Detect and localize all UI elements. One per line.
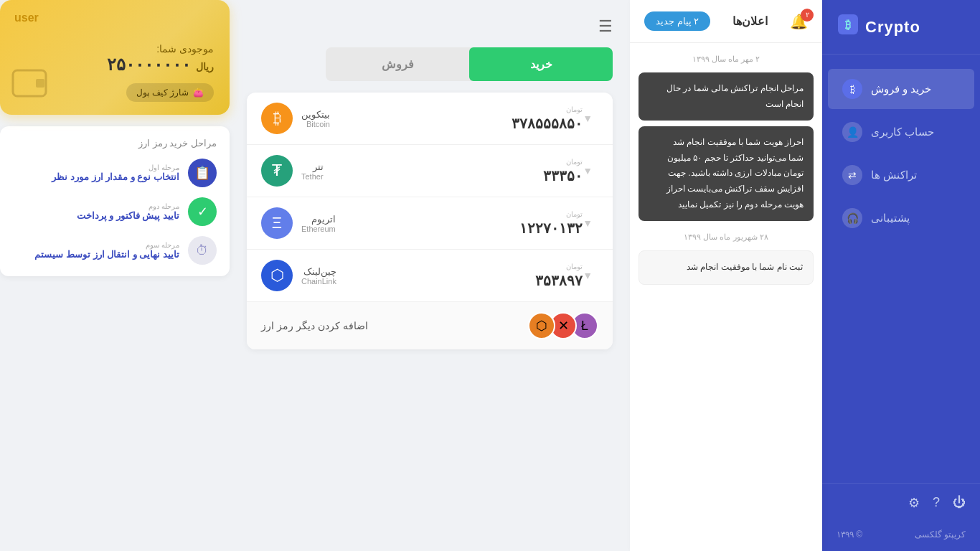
chevron-down-icon-0: ▼ [583, 113, 593, 124]
crypto-name-3: چین‌لینک ChainLink [301, 266, 336, 286]
step-item-0: مرحله اول انتخاب نوع و مقدار ارز مورد نظ… [13, 159, 217, 187]
crypto-right-2: اتریوم Ethereum Ξ [261, 207, 336, 239]
main-content: ☰ خرید فروش ▼ تومان ۳۷۸۵۵۵۸۵۰ بیتکوین Bi… [230, 0, 630, 551]
notifications-panel: 🔔 ۲ اعلان‌ها ۲ پیام جدید ۲ مهر ماه سال ۱… [630, 0, 822, 551]
crypto-left-0: ▼ [583, 113, 598, 124]
footer-brand: کریپتو گلکسی [915, 529, 966, 540]
crypto-unit-1: تومان [566, 158, 583, 166]
crypto-left-2: ▼ [583, 217, 598, 229]
nav-icon-support: 🎧 [842, 208, 862, 228]
step-desc-0: انتخاب نوع و مقدار ارز مورد نظر [13, 171, 179, 182]
crypto-name-0: بیتکوین Bitcoin [301, 109, 330, 128]
notif-item-0: مراحل انجام تراکنش مالی شما در حال انجام… [639, 72, 814, 121]
steps-title: مراحل خرید رمز ارز [13, 138, 217, 149]
crypto-icon-2: Ξ [261, 207, 293, 239]
crypto-right-1: تتر Tether ₮ [261, 155, 324, 187]
hamburger-button[interactable]: ☰ [598, 17, 613, 36]
notif-item-1: احراز هویت شما با موفقیت انجام شد شما می… [639, 126, 814, 221]
crypto-item-1[interactable]: ▼ تومان ۳۳۳۵۰ تتر Tether ₮ [247, 145, 613, 197]
sidebar-footer: کریپتو گلکسی © ۱۳۹۹ [822, 522, 980, 551]
sidebar-item-support[interactable]: پشتیبانی 🎧 [828, 198, 974, 238]
sidebar-item-label: پشتیبانی [871, 212, 910, 225]
step-icon-1: ✓ [188, 197, 217, 226]
crypto-unit-2: تومان [566, 210, 583, 218]
sidebar-item-label: حساب کاربری [871, 126, 934, 138]
chevron-down-icon-1: ▼ [583, 165, 593, 176]
footer-copyright: © ۱۳۹۹ [837, 529, 862, 540]
nav-icon-account: 👤 [842, 122, 862, 142]
crypto-price-2: ۱۲۲۷۰۱۳۲ [519, 220, 583, 237]
svg-text:₿: ₿ [845, 19, 851, 31]
step-text-2: مرحله سوم تایید نهایی و انتقال ارز توسط … [13, 241, 179, 260]
step-desc-1: تایید پیش فاکتور و پرداخت [13, 210, 179, 221]
notif-bell-button[interactable]: 🔔 ۲ [790, 13, 808, 30]
buy-tab[interactable]: خرید [469, 47, 613, 81]
trade-tabs: خرید فروش [326, 47, 613, 81]
other-icon: ⬡ [528, 312, 555, 339]
sell-tab[interactable]: فروش [326, 47, 469, 81]
bottom-icons: ⏻ ? ⚙ [908, 495, 966, 511]
sidebar-bottom: ⏻ ? ⚙ [822, 483, 980, 522]
crypto-unit-0: تومان [566, 105, 583, 113]
step-item-1: مرحله دوم تایید پیش فاکتور و پرداخت ✓ [13, 197, 217, 226]
sidebar-item-account[interactable]: حساب کاربری 👤 [828, 112, 974, 152]
sidebar-item-transactions[interactable]: تراکنش ها ⇄ [828, 155, 974, 195]
wallet-card: user موجودی شما: ۲۵۰۰۰۰۰۰۰ ریال 👛 شارژ ک… [0, 0, 230, 115]
wallet-card-bg-icon [11, 69, 47, 103]
crypto-name-1: تتر Tether [301, 161, 324, 181]
notif-title: اعلان‌ها [732, 14, 768, 28]
right-panel: user موجودی شما: ۲۵۰۰۰۰۰۰۰ ریال 👛 شارژ ک… [0, 0, 230, 551]
wallet-balance-label: موجودی شما: [16, 43, 214, 55]
new-message-button[interactable]: ۲ پیام جدید [644, 11, 710, 31]
wallet-icon: 👛 [193, 88, 204, 98]
settings-icon[interactable]: ⚙ [908, 495, 920, 511]
sidebar-item-label: تراکنش ها [871, 169, 917, 182]
steps-list: مرحله اول انتخاب نوع و مقدار ارز مورد نظ… [13, 159, 217, 265]
crypto-icon-1: ₮ [261, 155, 293, 187]
crypto-right-0: بیتکوین Bitcoin ₿ [261, 103, 330, 134]
steps-panel: مراحل خرید رمز ارز مرحله اول انتخاب نوع … [0, 126, 230, 276]
crypto-icon-3: ⬡ [261, 260, 293, 291]
sidebar-item-trade[interactable]: خرید و فروش ₿ [828, 69, 974, 109]
crypto-price-1: ۳۳۳۵۰ [543, 167, 583, 184]
svg-rect-3 [36, 79, 44, 88]
power-icon[interactable]: ⏻ [953, 495, 966, 511]
add-crypto-icons: Ł ✕ ⬡ [534, 312, 598, 339]
step-item-2: مرحله سوم تایید نهایی و انتقال ارز توسط … [13, 236, 217, 265]
crypto-item-2[interactable]: ▼ تومان ۱۲۲۷۰۱۳۲ اتریوم Ethereum Ξ [247, 197, 613, 250]
chevron-down-icon-2: ▼ [583, 217, 593, 229]
crypto-right-3: چین‌لینک ChainLink ⬡ [261, 260, 336, 291]
crypto-item-0[interactable]: ▼ تومان ۳۷۸۵۵۵۸۵۰ بیتکوین Bitcoin ₿ [247, 93, 613, 145]
notif-header: 🔔 ۲ اعلان‌ها ۲ پیام جدید [630, 0, 822, 43]
notif-items-list: ۲ مهر ماه سال ۱۳۹۹مراحل انجام تراکنش مال… [630, 43, 822, 551]
step-label-2: مرحله سوم [13, 241, 179, 249]
crypto-unit-3: تومان [566, 263, 583, 270]
add-crypto-button[interactable]: Ł ✕ ⬡ اضافه کردن دیگر رمز ارز [247, 302, 613, 349]
notif-date-2: ۲۸ شهریور ماه سال ۱۳۹۹ [630, 227, 822, 245]
sidebar-item-label: خرید و فروش [871, 83, 931, 95]
nav-icon-transactions: ⇄ [842, 165, 862, 185]
main-topbar: ☰ [247, 17, 613, 36]
logo-text: Crypto [865, 18, 920, 37]
wallet-balance-unit: ریال [196, 61, 214, 72]
notif-item-2: ثبت نام شما با موفقیت انجام شد [639, 250, 814, 285]
crypto-list: ▼ تومان ۳۷۸۵۵۵۸۵۰ بیتکوین Bitcoin ₿ ▼ تو… [247, 93, 613, 349]
help-icon[interactable]: ? [933, 495, 940, 511]
step-desc-2: تایید نهایی و انتقال ارز توسط سیستم [13, 249, 179, 260]
nav-icon-trade: ₿ [842, 79, 862, 99]
crypto-price-3: ۳۵۳۸۹۷ [535, 272, 583, 289]
crypto-icon-0: ₿ [261, 103, 293, 134]
wallet-user: user [14, 11, 39, 24]
step-text-1: مرحله دوم تایید پیش فاکتور و پرداخت [13, 202, 179, 221]
sidebar-nav: خرید و فروش ₿ حساب کاربری 👤 تراکنش ها ⇄ … [822, 55, 980, 483]
crypto-item-3[interactable]: ▼ تومان ۳۵۳۸۹۷ چین‌لینک ChainLink ⬡ [247, 250, 613, 302]
crypto-left-3: ▼ [583, 270, 598, 281]
chevron-down-icon-3: ▼ [583, 270, 593, 281]
crypto-price-0: ۳۷۸۵۵۵۸۵۰ [512, 115, 583, 132]
wallet-charge-button[interactable]: 👛 شارژ کیف پول [126, 83, 214, 102]
step-label-1: مرحله دوم [13, 202, 179, 210]
sidebar: Crypto ₿ خرید و فروش ₿ حساب کاربری 👤 ترا… [822, 0, 980, 551]
step-icon-0: 📋 [188, 159, 217, 187]
crypto-name-2: اتریوم Ethereum [301, 214, 336, 233]
add-crypto-label: اضافه کردن دیگر رمز ارز [261, 320, 368, 331]
